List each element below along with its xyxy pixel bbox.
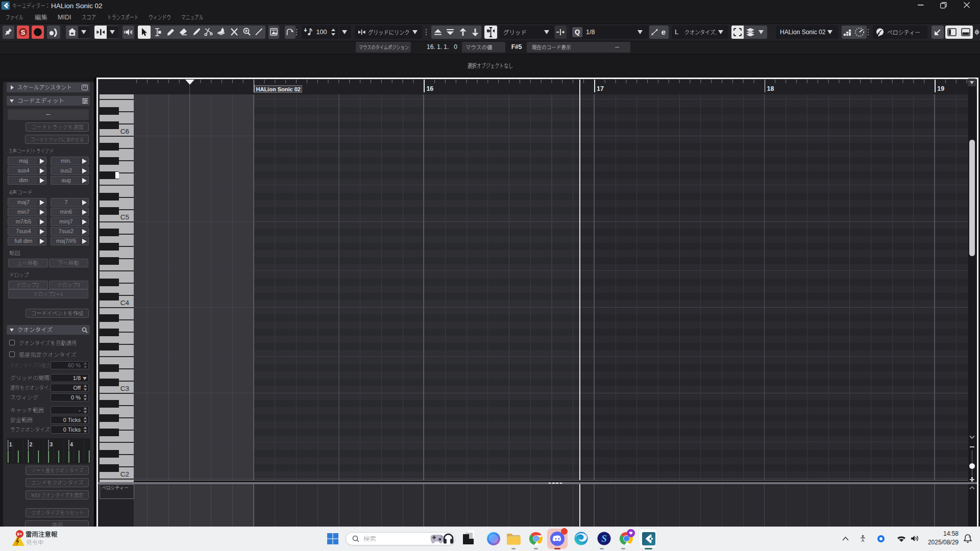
svg-text:z: z — [969, 535, 970, 538]
svg-text:S: S — [21, 29, 26, 36]
svg-text:S: S — [601, 533, 607, 544]
